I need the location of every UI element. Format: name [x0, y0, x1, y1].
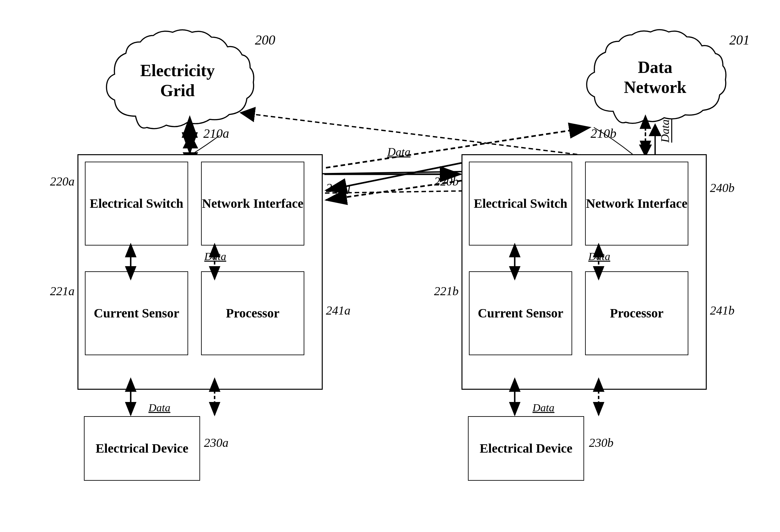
ref-240a: 240a: [326, 181, 350, 195]
ref-221a: 221a: [50, 284, 75, 298]
ref-221b: 221b: [434, 284, 458, 298]
left-data-label-bottom: Data: [148, 402, 170, 414]
electricity-grid-cloud: Electricity Grid: [97, 26, 258, 136]
ref-230b: 230b: [589, 435, 614, 450]
left-electrical-switch: Electrical Switch: [85, 162, 188, 246]
ref-210a: 210a: [203, 126, 229, 141]
left-data-label-top: Data: [204, 250, 226, 263]
left-ni-label: Network Interface: [202, 195, 303, 212]
right-device-box-outer: Electrical Switch Network Interface Data…: [461, 154, 707, 390]
right-data-label-top: Data: [588, 250, 610, 263]
ref-241b: 241b: [710, 303, 734, 317]
right-side-data-label: Data: [659, 119, 672, 143]
data-network-label: Data Network: [624, 57, 686, 98]
right-ni-label: Network Interface: [586, 195, 687, 212]
diagram: Electricity Grid 200 Data Network 201 El…: [0, 0, 780, 532]
right-network-interface: Network Interface: [585, 162, 688, 246]
ref-220a: 220a: [50, 174, 75, 189]
data-network-cloud: Data Network: [578, 26, 733, 129]
left-electrical-device: Electrical Device: [84, 416, 200, 481]
ref-200: 200: [255, 32, 275, 48]
left-cs-label: Current Sensor: [94, 305, 180, 322]
svg-line-13: [242, 113, 607, 158]
ref-240b: 240b: [710, 181, 734, 195]
left-ed-label: Electrical Device: [96, 440, 189, 457]
left-processor: Processor: [201, 271, 304, 355]
right-ed-label: Electrical Device: [480, 440, 573, 457]
left-proc-label: Processor: [226, 305, 280, 322]
right-es-label: Electrical Switch: [474, 195, 567, 212]
ref-230a: 230a: [204, 435, 229, 450]
ref-241a: 241a: [326, 303, 350, 317]
cross-data-label: Data: [387, 145, 410, 159]
ref-201: 201: [729, 32, 750, 48]
right-proc-label: Processor: [610, 305, 664, 322]
right-cs-label: Current Sensor: [478, 305, 564, 322]
left-device-box-outer: Electrical Switch Network Interface Data…: [78, 154, 323, 390]
left-current-sensor: Current Sensor: [85, 271, 188, 355]
right-electrical-device: Electrical Device: [468, 416, 584, 481]
ref-220b: 220b: [434, 174, 458, 189]
ref-210b: 210b: [591, 126, 617, 141]
right-processor: Processor: [585, 271, 688, 355]
right-data-label-bottom: Data: [533, 402, 554, 414]
electricity-grid-label: Electricity Grid: [140, 61, 215, 101]
left-network-interface: Network Interface: [201, 162, 304, 246]
left-es-label: Electrical Switch: [90, 195, 183, 212]
right-electrical-switch: Electrical Switch: [469, 162, 572, 246]
right-current-sensor: Current Sensor: [469, 271, 572, 355]
